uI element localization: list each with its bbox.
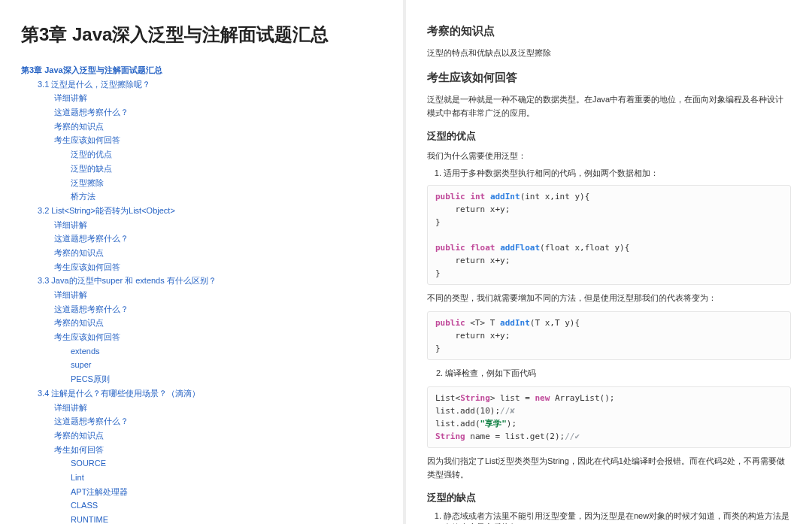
toc-link[interactable]: 考生应该如何回答 xyxy=(54,262,120,271)
advantages-intro: 我们为什么需要使用泛型： xyxy=(427,149,791,163)
toc-item[interactable]: 考察的知识点 xyxy=(54,316,382,330)
toc-item[interactable]: CLASS xyxy=(71,498,382,513)
advantages-conclusion: 因为我们指定了List泛型类类型为String，因此在代码1处编译时会报错。而在… xyxy=(427,454,791,482)
toc-item[interactable]: APT注解处理器 xyxy=(71,485,382,499)
table-of-contents: 第3章 Java深入泛型与注解面试题汇总3.1 泛型是什么，泛型擦除呢？详细讲解… xyxy=(21,63,382,524)
toc-link[interactable]: 3.2 List<String>能否转为List<Object> xyxy=(38,206,175,215)
toc-item[interactable]: 桥方法 xyxy=(71,189,382,204)
disadvantages-list: 静态域或者方法里不能引用泛型变量，因为泛型是在new对象的时候才知道，而类的构造… xyxy=(427,510,791,524)
toc-link[interactable]: 考生如何回答 xyxy=(54,445,104,454)
toc-link[interactable]: Lint xyxy=(71,473,84,482)
toc-item[interactable]: 泛型擦除 xyxy=(71,176,382,190)
toc-item[interactable]: super xyxy=(71,358,382,372)
knowledge-points-text: 泛型的特点和优缺点以及泛型擦除 xyxy=(427,46,791,60)
toc-link[interactable]: SOURCE xyxy=(71,459,106,468)
toc-item[interactable]: 详细讲解 xyxy=(54,401,382,415)
answer-heading: 考生应该如何回答 xyxy=(427,71,791,85)
answer-text: 泛型就是一种就是一种不确定的数据类型。在Java中有着重要的地位，在面向对象编程… xyxy=(427,92,791,120)
toc-item[interactable]: 这道题想考察什么？ xyxy=(54,414,382,429)
toc-item[interactable]: 详细讲解 xyxy=(54,218,382,232)
advantages-list-1: 适用于多种数据类型执行相同的代码，例如两个数据相加： xyxy=(427,168,791,179)
toc-item[interactable]: 考察的知识点 xyxy=(54,120,382,134)
chapter-title: 第3章 Java深入泛型与注解面试题汇总 xyxy=(21,23,382,47)
toc-item[interactable]: 这道题想考察什么？ xyxy=(54,302,382,317)
toc-item[interactable]: 这道题想考察什么？ xyxy=(54,105,382,120)
toc-item[interactable]: 第3章 Java深入泛型与注解面试题汇总 xyxy=(21,63,382,77)
toc-link[interactable]: 考生应该如何回答 xyxy=(54,135,120,144)
list-item: 静态域或者方法里不能引用泛型变量，因为泛型是在new对象的时候才知道，而类的构造… xyxy=(444,510,791,524)
toc-item[interactable]: 详细讲解 xyxy=(54,91,382,105)
toc-link[interactable]: super xyxy=(71,360,92,369)
toc-item[interactable]: RUNTIME xyxy=(71,513,382,524)
toc-link[interactable]: RUNTIME xyxy=(71,515,108,524)
toc-link[interactable]: 这道题想考察什么？ xyxy=(54,416,129,426)
toc-link[interactable]: 考察的知识点 xyxy=(54,318,104,327)
toc-link[interactable]: 详细讲解 xyxy=(54,220,87,229)
toc-link[interactable]: 详细讲解 xyxy=(54,403,87,412)
toc-link[interactable]: CLASS xyxy=(71,501,98,510)
toc-link[interactable]: 详细讲解 xyxy=(54,290,87,299)
toc-link[interactable]: 泛型擦除 xyxy=(71,178,104,187)
left-page: 第3章 Java深入泛型与注解面试题汇总 第3章 Java深入泛型与注解面试题汇… xyxy=(0,0,406,524)
toc-item[interactable]: 考生应该如何回答 xyxy=(54,133,382,147)
toc-item[interactable]: 3.1 泛型是什么，泛型擦除呢？ xyxy=(38,77,382,92)
toc-link[interactable]: 考生应该如何回答 xyxy=(54,332,120,341)
toc-link[interactable]: 考察的知识点 xyxy=(54,248,104,257)
toc-item[interactable]: 3.2 List<String>能否转为List<Object> xyxy=(38,204,382,218)
toc-link[interactable]: 3.4 注解是什么？有哪些使用场景？（滴滴） xyxy=(38,389,200,398)
toc-link[interactable]: PECS原则 xyxy=(71,374,110,383)
code-block-3: List<String> list = new ArrayList(); lis… xyxy=(427,386,791,448)
toc-item[interactable]: SOURCE xyxy=(71,456,382,471)
toc-link[interactable]: extends xyxy=(71,347,100,356)
toc-item[interactable]: 3.3 Java的泛型中super 和 extends 有什么区别？ xyxy=(38,274,382,288)
toc-link[interactable]: APT注解处理器 xyxy=(71,487,128,496)
toc-item[interactable]: 这道题想考察什么？ xyxy=(54,232,382,246)
disadvantages-heading: 泛型的缺点 xyxy=(427,491,791,504)
toc-link[interactable]: 这道题想考察什么？ xyxy=(54,108,129,117)
knowledge-points-heading: 考察的知识点 xyxy=(427,24,791,38)
right-page: 考察的知识点 泛型的特点和优缺点以及泛型擦除 考生应该如何回答 泛型就是一种就是… xyxy=(406,0,812,524)
toc-link[interactable]: 第3章 Java深入泛型与注解面试题汇总 xyxy=(21,65,162,74)
advantages-heading: 泛型的优点 xyxy=(427,129,791,143)
toc-link[interactable]: 详细讲解 xyxy=(54,93,87,102)
toc-link[interactable]: 桥方法 xyxy=(71,192,95,201)
toc-item[interactable]: 泛型的缺点 xyxy=(71,162,382,176)
toc-item[interactable]: Lint xyxy=(71,471,382,485)
toc-link[interactable]: 泛型的缺点 xyxy=(71,164,112,173)
toc-item[interactable]: 考生应该如何回答 xyxy=(54,260,382,274)
toc-item[interactable]: 考察的知识点 xyxy=(54,246,382,260)
toc-link[interactable]: 这道题想考察什么？ xyxy=(54,304,129,313)
toc-link[interactable]: 3.1 泛型是什么，泛型擦除呢？ xyxy=(38,80,150,89)
code-block-2: public <T> T addInt(T x,T y){ return x+y… xyxy=(427,311,791,360)
toc-link[interactable]: 考察的知识点 xyxy=(54,122,104,131)
toc-item[interactable]: 详细讲解 xyxy=(54,288,382,302)
advantages-item2-label: 2. 编译检查，例如下面代码 xyxy=(436,366,791,380)
toc-link[interactable]: 这道题想考察什么？ xyxy=(54,234,129,243)
toc-item[interactable]: 考察的知识点 xyxy=(54,429,382,443)
toc-link[interactable]: 3.3 Java的泛型中super 和 extends 有什么区别？ xyxy=(38,276,217,285)
code-block-1: public int addInt(int x,int y){ return x… xyxy=(427,185,791,285)
toc-item[interactable]: PECS原则 xyxy=(71,372,382,386)
toc-item[interactable]: 考生如何回答 xyxy=(54,443,382,457)
toc-item[interactable]: 3.4 注解是什么？有哪些使用场景？（滴滴） xyxy=(38,386,382,401)
toc-item[interactable]: 考生应该如何回答 xyxy=(54,330,382,344)
toc-link[interactable]: 考察的知识点 xyxy=(54,431,104,440)
advantages-between: 不同的类型，我们就需要增加不同的方法，但是使用泛型那我们的代表将变为： xyxy=(427,291,791,305)
toc-item[interactable]: extends xyxy=(71,344,382,359)
toc-item[interactable]: 泛型的优点 xyxy=(71,147,382,162)
list-item: 适用于多种数据类型执行相同的代码，例如两个数据相加： xyxy=(444,168,791,179)
toc-link[interactable]: 泛型的优点 xyxy=(71,150,112,159)
